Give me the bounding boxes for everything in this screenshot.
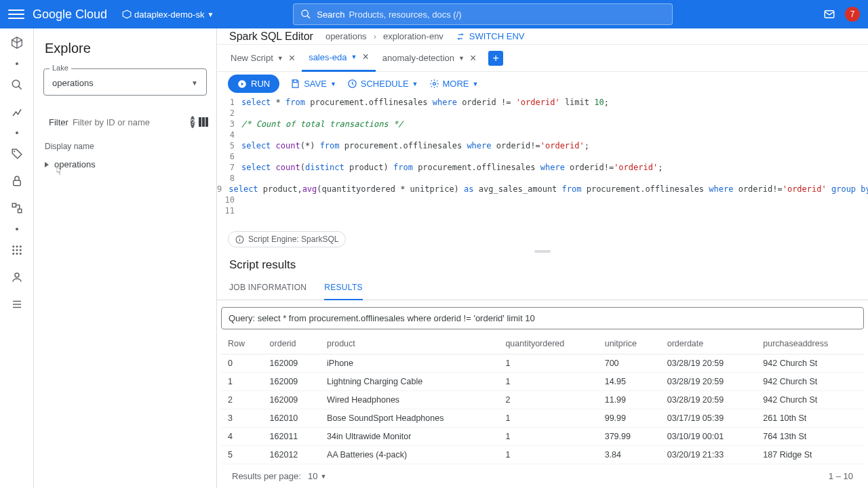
svg-point-15: [12, 253, 14, 255]
column-header[interactable]: Row: [221, 333, 263, 354]
search-icon: [300, 9, 311, 20]
tree-row-operations[interactable]: operations ☟: [43, 155, 207, 174]
cursor-icon: ☟: [56, 166, 62, 177]
table-row[interactable]: 0162009iPhone170003/28/19 20:59942 Churc…: [221, 354, 864, 373]
column-header[interactable]: orderdate: [660, 333, 757, 354]
table-row[interactable]: 2162009Wired Headphones211.9903/28/19 20…: [221, 391, 864, 409]
analytics-rail-icon[interactable]: [9, 104, 24, 119]
search-rail-icon[interactable]: [9, 77, 24, 92]
menu-icon[interactable]: [8, 6, 24, 22]
more-button[interactable]: MORE ▼: [429, 79, 479, 89]
tab-anomaly-detection[interactable]: anomaly-detection ▼ ×: [376, 45, 484, 72]
query-text: select * from procurement.offlinesales w…: [258, 313, 535, 323]
project-selector[interactable]: dataplex-demo-sk ▼: [118, 7, 218, 22]
code-editor[interactable]: 1select * from procurement.offlinesales …: [217, 96, 868, 227]
column-header[interactable]: quantityordered: [498, 333, 597, 354]
bc-lake[interactable]: operations: [326, 31, 367, 41]
close-icon[interactable]: ×: [362, 51, 368, 63]
svg-point-17: [19, 253, 21, 255]
person-rail-icon[interactable]: [9, 270, 24, 285]
svg-point-16: [16, 253, 18, 255]
pager-range: 1 – 10: [829, 471, 853, 481]
result-tabs: JOB INFORMATION RESULTS: [217, 277, 868, 300]
tag-rail-icon[interactable]: [9, 146, 24, 161]
table-pager: Results per page: 10▼ 1 – 10: [217, 464, 868, 488]
schedule-button[interactable]: SCHEDULE ▼: [347, 79, 418, 89]
clock-icon: [347, 79, 357, 89]
search-placeholder: Products, resources, docs (/): [349, 9, 461, 20]
help-icon[interactable]: ?: [191, 116, 195, 128]
app-header: Google Cloud dataplex-demo-sk ▼ Search P…: [0, 0, 868, 28]
results-title: Script results: [217, 251, 868, 277]
svg-point-27: [239, 237, 240, 238]
chevron-down-icon: ▼: [458, 55, 465, 62]
tab-sales-eda[interactable]: sales-eda ▼ ×: [302, 45, 376, 72]
close-icon[interactable]: ×: [289, 52, 295, 64]
table-row[interactable]: 416201134in Ultrawide Monitor1379.9903/1…: [221, 428, 864, 446]
svg-point-5: [14, 150, 15, 152]
columns-icon[interactable]: [199, 117, 208, 127]
project-name: dataplex-demo-sk: [134, 9, 204, 20]
engine-chip: Script Engine: SparkSQL: [228, 231, 346, 247]
engine-bar: Script Engine: SparkSQL: [217, 227, 868, 251]
tabs-row: New Script ▼ × sales-eda ▼ × anomaly-det…: [217, 45, 868, 72]
save-button[interactable]: SAVE ▼: [290, 79, 336, 89]
svg-point-0: [302, 10, 308, 16]
rail-separator: [16, 62, 18, 65]
chevron-right-icon: ›: [374, 31, 376, 41]
breadcrumbs: operations › exploration-env: [326, 31, 443, 41]
gear-icon: [429, 79, 439, 89]
grid-rail-icon[interactable]: [9, 243, 24, 258]
search-bar[interactable]: Search Products, resources, docs (/): [293, 3, 673, 25]
play-icon: [237, 79, 247, 89]
lock-rail-icon[interactable]: [9, 174, 24, 188]
list-rail-icon[interactable]: [9, 297, 24, 312]
run-button[interactable]: RUN: [228, 75, 279, 93]
svg-point-9: [12, 245, 14, 247]
logo: Google Cloud: [33, 7, 107, 22]
caret-right-icon: [45, 162, 49, 167]
add-tab-button[interactable]: +: [488, 51, 503, 66]
bc-env[interactable]: exploration-env: [383, 31, 443, 41]
main-pane: Spark SQL Editor operations › exploratio…: [217, 28, 868, 488]
table-row[interactable]: 3162010Bose SoundSport Headphones199.990…: [221, 409, 864, 428]
results-table: Roworderidproductquantityorderedunitpric…: [221, 333, 864, 464]
svg-point-3: [12, 80, 20, 87]
search-button-label: Search: [317, 9, 344, 20]
svg-rect-7: [12, 203, 16, 207]
tab-results[interactable]: RESULTS: [324, 277, 363, 300]
mail-icon[interactable]: [823, 8, 835, 20]
column-header[interactable]: product: [320, 333, 498, 354]
drag-handle[interactable]: [534, 250, 551, 253]
lake-selector[interactable]: Lake operations ▼: [43, 68, 207, 96]
column-header[interactable]: unitprice: [598, 333, 660, 354]
pager-label: Results per page:: [232, 471, 301, 481]
process-rail-icon[interactable]: [9, 201, 24, 216]
close-icon[interactable]: ×: [470, 52, 476, 64]
svg-point-13: [16, 249, 18, 251]
column-header[interactable]: purchaseaddress: [756, 333, 864, 354]
filter-input[interactable]: [73, 117, 186, 127]
chevron-down-icon: ▼: [207, 11, 214, 18]
query-box: Query: select * from procurement.offline…: [221, 307, 864, 329]
info-icon: [235, 235, 244, 244]
svg-point-18: [15, 273, 19, 277]
dataplex-icon[interactable]: [9, 35, 24, 50]
column-header[interactable]: orderid: [263, 333, 320, 354]
switch-env-link[interactable]: SWITCH ENV: [456, 31, 525, 41]
save-icon: [290, 79, 300, 89]
page-title: Spark SQL Editor: [229, 30, 313, 43]
svg-rect-6: [13, 180, 20, 186]
table-row[interactable]: 1162009Lightning Charging Cable114.9503/…: [221, 373, 864, 391]
svg-point-14: [19, 249, 21, 251]
svg-line-4: [18, 86, 22, 89]
tab-job-information[interactable]: JOB INFORMATION: [229, 277, 307, 300]
chevron-down-icon: ▼: [473, 81, 479, 87]
tab-new-script[interactable]: New Script ▼ ×: [224, 45, 302, 72]
pager-value[interactable]: 10▼: [308, 471, 326, 481]
rail-separator: [16, 228, 18, 230]
notification-badge[interactable]: 7: [845, 7, 860, 22]
svg-point-12: [12, 249, 14, 251]
query-prefix: Query:: [229, 313, 258, 323]
table-row[interactable]: 5162012AA Batteries (4-pack)13.8403/20/1…: [221, 446, 864, 464]
